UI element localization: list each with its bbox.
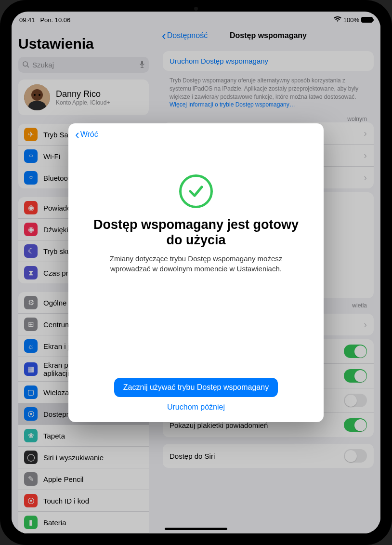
- start-assistive-access-button[interactable]: Zacznij używać trybu Dostęp wspomagany: [114, 378, 278, 397]
- modal-overlay: Wróć Dostęp wspomagany jest gotowy do uż…: [12, 12, 380, 533]
- ipad-frame: 09:41 Pon. 10.06 100% Ustawienia: [0, 0, 392, 545]
- screen: 09:41 Pon. 10.06 100% Ustawienia: [12, 12, 380, 533]
- modal-back-button[interactable]: Wróć: [75, 130, 98, 139]
- assistive-access-ready-modal: Wróć Dostęp wspomagany jest gotowy do uż…: [68, 123, 324, 422]
- checkmark-icon: [179, 174, 213, 208]
- modal-subheading: Zmiany dotyczące trybu Dostęp wspomagany…: [90, 253, 302, 274]
- front-camera: [194, 7, 198, 11]
- launch-later-button[interactable]: Uruchom później: [167, 403, 225, 412]
- modal-back-label: Wróć: [80, 130, 98, 139]
- home-indicator[interactable]: [165, 528, 227, 530]
- modal-heading: Dostęp wspomagany jest gotowy do użycia: [90, 217, 302, 248]
